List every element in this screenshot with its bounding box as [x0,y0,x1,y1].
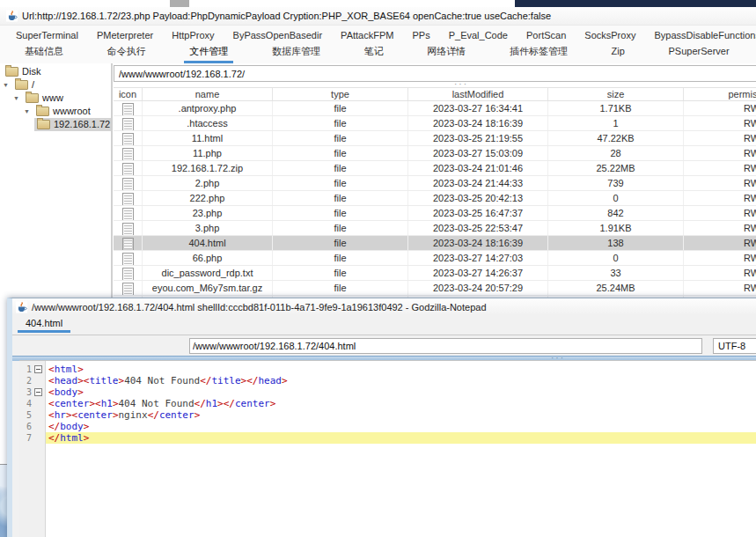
editor-gutter: 1234567 [19,361,46,537]
folder-icon [15,80,28,90]
function-tab[interactable]: 插件标签管理 [504,45,573,63]
file-row[interactable]: .htaccessfile2023-03-24 18:16:391RW [114,116,756,131]
tree-item[interactable]: ▼wwwroot [0,105,111,118]
tree-item[interactable]: 192.168.1.72 [0,118,111,131]
tree-item[interactable]: ▼/ [0,78,111,92]
function-tab[interactable]: 数据库管理 [267,45,326,63]
file-row[interactable]: 3.phpfile2023-03-25 22:53:471.91KBRW [114,221,756,236]
function-tab-row: 基础信息命令执行文件管理数据库管理笔记网络详情插件标签管理ZipPSuperSe… [0,45,756,64]
fold-icon[interactable] [34,365,42,373]
table-header: iconnametypelastModifiedsizepermission [114,87,756,101]
java-icon [16,301,27,313]
file-icon [122,148,134,160]
expand-arrow-icon[interactable]: ▼ [3,78,12,92]
tree-item[interactable]: ▼www [0,92,111,105]
plugin-tab[interactable]: PortScan [525,27,568,43]
column-header[interactable]: size [548,88,684,100]
file-icon [122,193,134,205]
column-header[interactable]: icon [114,88,143,100]
code-line: </html> [46,432,756,444]
file-row[interactable]: 192.168.1.72.zipfile2023-03-24 21:01:462… [114,161,756,176]
file-row[interactable]: 23.phpfile2023-03-25 16:47:37842RW [114,206,756,221]
plugin-tab-row: SuperTerminalPMeterpreterHttpProxyByPass… [0,26,756,45]
plugin-tab[interactable]: HttpProxy [170,27,216,43]
file-icon [122,178,134,190]
plugin-tab[interactable]: ByPassOpenBasedir [231,27,325,43]
file-icon [122,253,134,265]
file-icon [122,223,134,235]
folder-icon [26,93,39,103]
java-icon [6,10,18,22]
code-line: </body> [46,421,756,432]
column-header[interactable]: type [273,88,408,100]
code-line: <hr><center>nginx</center> [46,409,756,421]
notepad-tab-row: 404.html [12,315,756,335]
expand-arrow-icon[interactable]: ▼ [24,105,33,118]
function-tab[interactable]: 命令执行 [102,45,151,63]
file-icon [122,103,134,115]
plugin-tab[interactable]: SocksProxy [583,27,637,43]
file-table-body: .antproxy.phpfile2023-03-27 16:34:411.71… [114,101,756,311]
file-row[interactable]: 222.phpfile2023-03-25 20:42:130RW [114,191,756,206]
encoding-select[interactable]: UTF-8 [713,338,756,354]
file-row[interactable]: 11.htmlfile2023-03-25 21:19:5547.22KBRW [114,131,756,146]
function-tab[interactable]: 网络详情 [422,45,471,63]
fold-icon[interactable] [34,388,42,396]
current-path-input[interactable] [114,65,756,82]
plugin-tab[interactable]: PPs [410,27,431,43]
code-line: <body> [46,386,756,398]
file-icon [122,208,134,220]
code-line: <html> [46,364,756,375]
folder-icon [37,120,50,129]
notepad-titlebar[interactable]: /www/wwwroot/192.168.1.72/404.html shell… [12,298,756,315]
notepad-window-title: /www/wwwroot/192.168.1.72/404.html shell… [32,302,487,313]
notepad-toolbar: UTF-8 [12,335,756,356]
plugin-tab[interactable]: BypassDisableFunctions [652,27,756,43]
tree-item[interactable]: Disk [0,65,111,78]
function-tab[interactable]: Zip [606,45,630,63]
plugin-tab[interactable]: PAttackFPM [339,27,395,43]
code-editor[interactable]: 1234567 <html><head><title>404 Not Found… [19,360,756,537]
column-header[interactable]: lastModified [408,88,548,100]
plugin-tab[interactable]: P_Eval_Code [447,27,510,43]
file-row[interactable]: 2.phpfile2023-03-24 21:44:33739RW [114,176,756,191]
folder-icon [5,67,18,77]
function-tab[interactable]: 笔记 [359,45,389,63]
column-header[interactable]: name [143,88,273,100]
file-row[interactable]: 404.htmlfile2023-03-24 18:16:39138RW [114,236,756,251]
notepad-path-input[interactable] [189,338,702,354]
file-row[interactable]: 66.phpfile2023-03-27 14:27:030RW [114,251,756,266]
code-line: <head><title>404 Not Found</title></head… [46,375,756,386]
function-tab[interactable]: PSuperServer [664,45,735,63]
file-row[interactable]: eyou.com_M6y7sm.tar.gzfile2023-03-24 20:… [114,281,756,296]
desktop-dark-window-fragment [515,0,756,7]
plugin-tab[interactable]: SuperTerminal [14,27,80,43]
file-icon [122,238,134,250]
notepad-file-tab[interactable]: 404.html [18,315,70,333]
folder-icon [36,107,49,116]
column-header[interactable]: permission [684,88,756,100]
window-title: Url:http://192.168.1.72/23.php Payload:P… [22,11,551,21]
file-manager-titlebar[interactable]: Url:http://192.168.1.72/23.php Payload:P… [0,7,756,26]
file-row[interactable]: 11.phpfile2023-03-27 15:03:0928RW [114,146,756,161]
notepad-window: /www/wwwroot/192.168.1.72/404.html shell… [7,298,756,537]
file-row[interactable]: .antproxy.phpfile2023-03-27 16:34:411.71… [114,101,756,116]
function-tab[interactable]: 文件管理 [184,45,233,63]
file-icon [122,118,134,130]
file-icon [122,268,134,280]
editor-code: <html><head><title>404 Not Found</title>… [46,361,756,537]
code-line: <center><h1>404 Not Found</h1></center> [46,398,756,409]
expand-arrow-icon[interactable]: ▼ [13,92,23,105]
plugin-tab[interactable]: PMeterpreter [95,27,155,43]
file-table: iconnametypelastModifiedsizepermission .… [114,87,756,311]
file-row[interactable]: dic_password_rdp.txtfile2023-03-27 14:26… [114,266,756,281]
file-icon [122,283,134,295]
file-icon [122,133,134,145]
screen: Url:http://192.168.1.72/23.php Payload:P… [0,0,756,537]
desktop-window-fragment [170,0,189,7]
file-icon [122,163,134,175]
function-tab[interactable]: 基础信息 [19,45,69,63]
